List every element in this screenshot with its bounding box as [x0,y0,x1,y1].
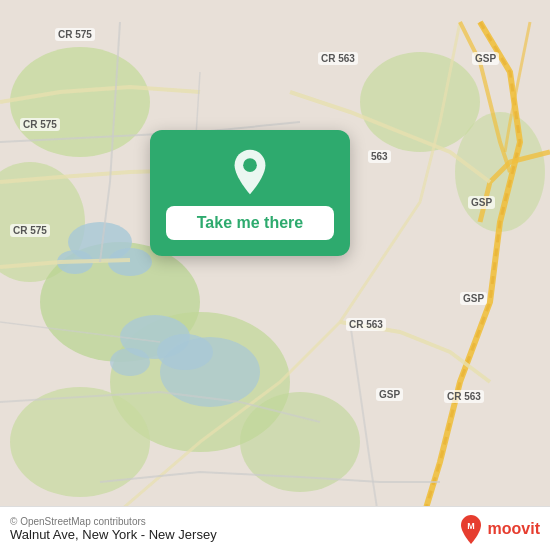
map-container: CR 575CR 563GSPCR 575563GSPCR 575GSPCR 5… [0,0,550,550]
map-background [0,0,550,550]
svg-point-5 [10,387,150,497]
location-card: Take me there [150,130,350,256]
bottom-bar: © OpenStreetMap contributors Walnut Ave,… [0,506,550,550]
svg-point-15 [160,337,260,407]
road-label: CR 575 [10,224,50,237]
road-label: GSP [376,388,403,401]
location-text: Walnut Ave, New York - New Jersey [10,527,217,542]
road-label: GSP [472,52,499,65]
svg-text:M: M [467,521,475,531]
moovit-logo: M moovit [458,514,540,544]
road-label: CR 563 [318,52,358,65]
road-label: GSP [460,292,487,305]
location-pin-icon [226,148,274,196]
road-label: 563 [368,150,391,163]
moovit-label: moovit [488,520,540,538]
moovit-icon: M [458,514,484,544]
road-label: CR 575 [20,118,60,131]
road-label: CR 563 [444,390,484,403]
take-me-there-button[interactable]: Take me there [166,206,334,240]
svg-point-7 [360,52,480,152]
road-label: CR 563 [346,318,386,331]
copyright-text: © OpenStreetMap contributors [10,516,217,527]
svg-point-14 [110,348,150,376]
road-label: CR 575 [55,28,95,41]
svg-point-16 [243,158,257,172]
road-label: GSP [468,196,495,209]
